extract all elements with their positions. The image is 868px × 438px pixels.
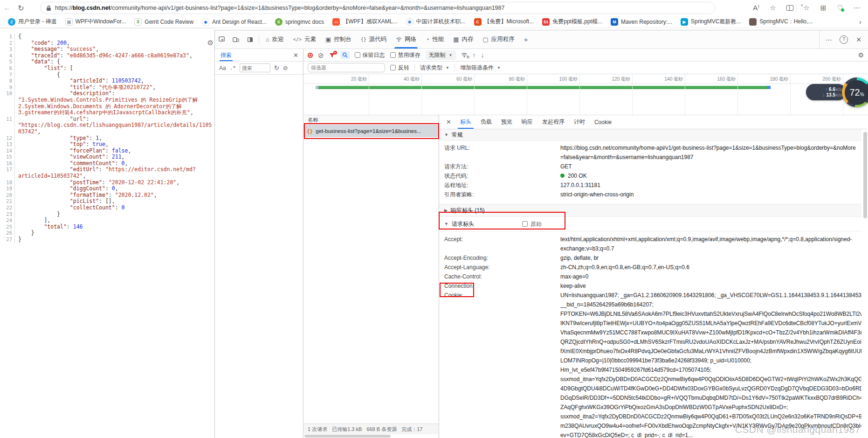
back-icon[interactable]: ← — [0, 2, 14, 14]
split-screen-icon[interactable] — [783, 2, 796, 14]
invert-filter-checkbox[interactable]: 反转 — [390, 64, 409, 72]
detail-tab-6[interactable]: Cookie — [590, 115, 616, 129]
record-icon[interactable] — [308, 53, 313, 58]
tab-label: 网络 — [405, 35, 416, 43]
dock-side-icon[interactable] — [243, 30, 257, 49]
search-network-icon[interactable] — [340, 51, 350, 59]
tab-gauge[interactable]: ◔性能 — [421, 30, 448, 49]
filter-icon[interactable]: ✕ — [329, 53, 335, 58]
json-line-code: "data": { — [15, 59, 60, 65]
detail-tabbar: ✕ 标头负载预览响应发起程序计时Cookie — [439, 115, 868, 129]
score-ring[interactable]: 72% — [842, 77, 868, 107]
netspeed-badge[interactable]: ↑6.6K/s ↓13.5K/s — [806, 84, 846, 100]
detail-tab-1[interactable]: 负载 — [476, 115, 496, 129]
disable-cache-checkbox[interactable]: 禁用缓存 — [390, 51, 420, 59]
bookmark-item[interactable]: Z用户登录 - 禅道 — [4, 17, 61, 27]
refresh-icon[interactable]: ↻ — [14, 2, 28, 14]
bookmarks-overflow-icon[interactable]: › — [859, 18, 861, 26]
vertical-scrollbar[interactable] — [863, 132, 867, 218]
request-type-dropdown[interactable]: 请求类型▼ — [420, 64, 449, 72]
add-panel-tab-icon[interactable]: + — [519, 30, 533, 49]
throttling-dropdown[interactable]: 无限制▼ — [426, 50, 456, 60]
export-har-icon[interactable]: ↓ — [481, 52, 484, 58]
collections-icon[interactable]: ⊞ — [817, 2, 830, 14]
detail-tab-3[interactable]: 响应 — [517, 115, 537, 129]
detail-tab-4[interactable]: 发起程序 — [537, 115, 569, 129]
detail-tab-5[interactable]: 计时 — [569, 115, 590, 129]
detail-tab-2[interactable]: 预览 — [496, 115, 517, 129]
horizontal-scrollbar[interactable] — [304, 435, 391, 438]
device-toolbar-icon[interactable] — [229, 30, 243, 49]
json-line-number: 23 — [0, 211, 15, 218]
ruler-tick-label: 200 毫秒 — [808, 76, 841, 83]
name-column-header[interactable]: 名称 — [303, 115, 439, 125]
detail-close-icon[interactable]: ✕ — [443, 118, 455, 125]
json-viewer-gear-icon[interactable]: ⚙ — [207, 39, 214, 47]
devtools-more-icon[interactable]: ⋯ — [822, 34, 835, 46]
general-value-line: 127.0.0.1:31181 — [560, 181, 861, 190]
bookmark-item[interactable]: MMaven Repository:... — [606, 17, 676, 27]
bookmark-item[interactable]: ⠿Gerrit Code Review — [130, 17, 198, 27]
tab-home[interactable]: ⌂欢迎 — [261, 30, 289, 49]
regex-toggle[interactable]: .* — [230, 65, 236, 71]
network-settings-gear-icon[interactable]: ⚙ — [858, 51, 864, 59]
json-line-number: 17 — [0, 167, 15, 173]
bookmark-item[interactable]: C【免费】Microsoft... — [470, 17, 538, 27]
json-line: 10 "description": — [0, 90, 214, 97]
read-aloud-icon[interactable]: A⁾ — [750, 2, 763, 14]
tab-wifi[interactable]: 网络 — [391, 30, 421, 49]
devtools-help-icon[interactable]: ? — [837, 34, 850, 46]
json-line-number — [0, 173, 15, 180]
bookmark-item[interactable]: ▶SpringMVC最新教... — [676, 17, 745, 27]
detail-tab-headers[interactable]: 标头 — [455, 115, 476, 129]
bookmark-item[interactable]: (-)【WPF】感叹XAML... — [328, 17, 401, 27]
general-section-header[interactable]: ▼常规 — [439, 129, 861, 141]
preserve-log-checkbox[interactable]: 保留日志 — [355, 51, 385, 59]
bookmark-item[interactable]: ⊕中国计算机技术职... — [402, 17, 470, 27]
search-close-icon[interactable]: ✕ — [293, 52, 298, 59]
json-line-code: { — [15, 72, 60, 78]
bookmark-item[interactable]: Sspringmvc docs — [271, 17, 328, 27]
search-clear-icon[interactable]: ⊘ — [283, 65, 288, 71]
request-row[interactable]: {} get-business-list?page=1&size=1&busin… — [303, 125, 439, 137]
bookmark-item[interactable]: SpringMVC：Hello,... — [745, 17, 817, 27]
general-value: GET — [560, 162, 861, 171]
favorites-hub-icon[interactable] — [800, 2, 813, 14]
bookmark-item[interactable]: 51免费ppt模板,ppt模... — [538, 17, 606, 27]
json-response-viewer: 1{2 "code": 200,3 "message": "success",4… — [0, 28, 214, 438]
bookmark-item[interactable]: ▤WPF中WindowFor... — [61, 17, 131, 27]
clear-icon[interactable]: ⊘ — [318, 52, 324, 59]
request-headers-section-header[interactable]: ▼请求标头 原始 — [439, 217, 861, 231]
json-line: articleId=110503742", — [0, 173, 214, 180]
search-tab[interactable]: 搜索 — [220, 49, 233, 61]
response-headers-section-header[interactable]: ▶响应标头 (15) — [439, 204, 861, 217]
inspect-element-icon[interactable] — [215, 30, 229, 49]
add-filter-dropdown[interactable]: 增加筛选条件▼ — [460, 64, 501, 72]
json-line: 17 "editUrl": "https://editor.csdn.net/m… — [0, 167, 214, 173]
filter-input[interactable] — [308, 63, 385, 72]
favorite-star-icon[interactable]: ☆ — [766, 2, 779, 14]
search-refresh-icon[interactable]: ↻ — [274, 65, 279, 71]
import-har-icon[interactable]: ↑ — [473, 52, 476, 58]
tab-sources[interactable]: {}源代码 — [356, 30, 392, 49]
tab-app[interactable]: ▢应用程序 — [478, 30, 519, 49]
more-menu-icon[interactable]: ⋯ — [850, 2, 863, 14]
json-line: 24 ], — [0, 217, 214, 224]
json-line-code: "message": "success", — [15, 46, 99, 53]
browser-essentials-icon[interactable]: ♡ — [834, 2, 847, 14]
general-value: 127.0.0.1:31181 — [560, 181, 861, 190]
match-case-toggle[interactable]: Aa — [219, 65, 226, 71]
tab-chip[interactable]: ▦内存 — [448, 30, 478, 49]
bookmark-favicon: ◈ — [202, 18, 209, 26]
network-conditions-icon[interactable]: ⚙ — [461, 52, 468, 58]
tab-console[interactable]: ▣控制台 — [321, 30, 356, 49]
raw-headers-checkbox[interactable]: 原始 — [522, 220, 542, 228]
url-input[interactable]: https://blog.csdn.net/community/home-api… — [40, 2, 715, 14]
bookmark-item[interactable]: ◈Ant Design of React... — [198, 17, 271, 27]
bookmark-label: 【免费】Microsoft... — [484, 18, 534, 26]
general-row: 请求方法:GET — [439, 162, 861, 171]
tab-code[interactable]: </>元素 — [289, 30, 321, 49]
search-input[interactable] — [240, 63, 270, 72]
devtools-close-icon[interactable]: ✕ — [852, 34, 865, 46]
bookmark-favicon: ▤ — [65, 18, 73, 26]
